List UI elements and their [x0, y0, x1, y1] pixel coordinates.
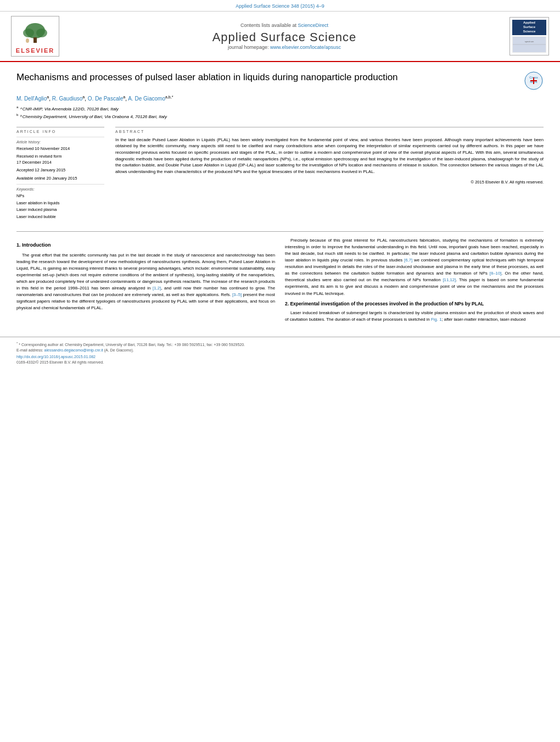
author-1[interactable]: M. Dell'Aglio: [16, 96, 47, 102]
doi-line: http://dx.doi.org/10.1016/j.apsusc.2015.…: [16, 355, 544, 359]
right-column: Precisely because of this great interest…: [285, 237, 544, 326]
homepage-url[interactable]: www.elsevier.com/locate/apsusc: [270, 44, 341, 50]
ass-logo-box: AppliedSurfaceScience spectrum: [509, 17, 549, 55]
journal-center: Contents lists available at ScienceDirec…: [59, 23, 509, 50]
keyword-2: Laser ablation in liquids: [16, 200, 104, 207]
section2-heading: 2. Experimental investigation of the pro…: [285, 300, 544, 308]
crossmark-badge: Cross Mark: [524, 71, 544, 91]
authors: M. Dell'Aglioa, R. Gaudiusoa, O. De Pasc…: [16, 95, 544, 102]
keywords-section: Keywords: NPs Laser ablation in liquids …: [16, 184, 104, 224]
issn-line: 0169-4332/© 2015 Elsevier B.V. All right…: [16, 360, 544, 364]
affiliation-b: b ᵇ Chemistry Department, University of …: [16, 113, 544, 120]
ref-3-5[interactable]: [3–5]: [232, 292, 242, 297]
section-divider: [16, 231, 544, 232]
article-title-section: Mechanisms and processes of pulsed laser…: [16, 71, 544, 91]
section1-para2: Precisely because of this great interest…: [285, 237, 544, 297]
elsevier-tree-icon: [19, 21, 52, 45]
left-column: 1. Introduction The great effort that th…: [16, 237, 275, 326]
article-title: Mechanisms and processes of pulsed laser…: [16, 71, 524, 84]
journal-ref: Applied Surface Science 348 (2015) 4–9: [236, 3, 324, 9]
svg-point-4: [26, 38, 29, 43]
keyword-3: Laser induced plasma: [16, 207, 104, 214]
svg-point-2: [36, 29, 47, 37]
accepted-date: Accepted 12 January 2015: [16, 167, 104, 173]
doi-link[interactable]: http://dx.doi.org/10.1016/j.apsusc.2015.…: [16, 355, 96, 359]
author-3[interactable]: O. De Pascale: [88, 96, 123, 102]
journal-title: Applied Surface Science: [59, 30, 509, 44]
fig1-link[interactable]: Fig. 1: [431, 317, 442, 322]
abstract-header: ABSTRACT: [115, 130, 544, 133]
sciencedirect-link[interactable]: ScienceDirect: [298, 23, 329, 28]
ref-8-10[interactable]: [8–10]: [490, 271, 502, 276]
ass-logo-title: AppliedSurfaceScience: [512, 20, 546, 35]
abstract-section: ABSTRACT In the last decade Pulsed Laser…: [115, 127, 544, 224]
affiliations: a ᵃ CNR-IMIP, Via Amendola 122/D, 70126 …: [16, 105, 544, 120]
body-two-col: 1. Introduction The great effort that th…: [16, 237, 544, 326]
abstract-text: In the last decade Pulsed Laser Ablation…: [115, 137, 544, 175]
history-section: Article history: Received 10 November 20…: [16, 137, 104, 184]
keywords-label: Keywords:: [16, 187, 104, 191]
article-info: ARTICLE INFO Article history: Received 1…: [16, 127, 104, 224]
article-info-abstract: ARTICLE INFO Article history: Received 1…: [16, 127, 544, 224]
svg-text:spectrum: spectrum: [525, 40, 534, 43]
sciencedirect-text: Contents lists available at ScienceDirec…: [59, 23, 509, 28]
article-info-header: ARTICLE INFO: [16, 130, 104, 133]
elsevier-label: ELSEVIER: [14, 47, 57, 54]
keyword-1: NPs: [16, 193, 104, 200]
homepage-text: journal homepage: www.elsevier.com/locat…: [59, 44, 509, 50]
ref-1-2[interactable]: [1,2]: [153, 286, 161, 291]
ass-logo-image: spectrum: [512, 36, 546, 53]
research-text: research: [39, 259, 55, 264]
section1-para1: The great effort that the scientific com…: [16, 252, 275, 312]
footer: * * Corresponding author at: Chemistry D…: [0, 337, 560, 370]
footnote-star: * * Corresponding author at: Chemistry D…: [16, 342, 544, 347]
available-online: Available online 20 January 2015: [16, 175, 104, 181]
top-bar: Applied Surface Science 348 (2015) 4–9: [0, 0, 560, 12]
svg-point-1: [23, 29, 34, 37]
main-content: Mechanisms and processes of pulsed laser…: [0, 62, 560, 331]
received-revised: Received in revised form17 December 2014: [16, 153, 104, 166]
author-2[interactable]: R. Gaudiuso: [52, 96, 83, 102]
keyword-4: Laser induced bubble: [16, 214, 104, 221]
affiliation-a: a ᵃ CNR-IMIP, Via Amendola 122/D, 70126 …: [16, 105, 544, 113]
section2-para1: Laser induced breakdown of submerged tar…: [285, 310, 544, 323]
copyright-line: © 2015 Elsevier B.V. All rights reserved…: [115, 180, 544, 185]
journal-header: ELSEVIER Contents lists available at Sci…: [0, 12, 560, 62]
elsevier-logo-box: ELSEVIER: [11, 16, 59, 57]
email-link[interactable]: alessandro.degiacomo@imip.cnr.it: [44, 348, 103, 352]
ref-6-7[interactable]: [6,7]: [404, 258, 412, 263]
ref-11-12[interactable]: [11,12]: [443, 277, 456, 282]
author-4[interactable]: A. De Giacomo: [128, 96, 165, 102]
section1-heading: 1. Introduction: [16, 242, 275, 249]
email-line: E-mail address: alessandro.degiacomo@imi…: [16, 348, 544, 352]
received-date: Received 10 November 2014: [16, 146, 104, 152]
svg-rect-3: [33, 37, 37, 43]
history-label: Article history:: [16, 140, 104, 144]
